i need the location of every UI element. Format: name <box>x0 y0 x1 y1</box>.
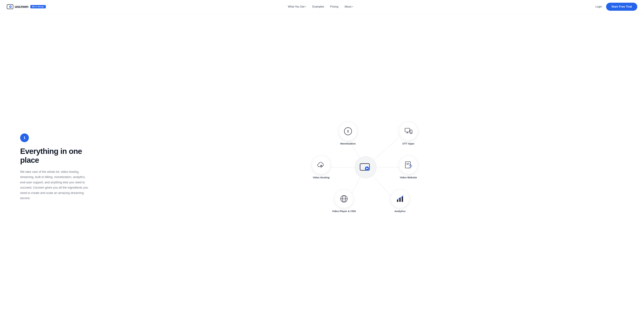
dollar-circle-icon: $ <box>344 127 352 136</box>
chart-icon <box>396 194 404 203</box>
logo[interactable]: uscreen <box>7 4 28 9</box>
nav-link-about[interactable]: About ▾ <box>344 5 353 8</box>
monetization-label: Monetization <box>340 142 356 145</box>
hiring-badge[interactable]: We're Hiring! <box>30 5 46 8</box>
feature-node-ott-apps: OTT Apps <box>399 122 418 145</box>
step-badge: 1 <box>20 133 29 142</box>
navbar-nav: What You Get ▾ Examples Pricing About ▾ <box>288 5 353 8</box>
nav-item-pricing[interactable]: Pricing <box>330 5 338 8</box>
feature-diagram: $ Monetization <box>100 119 630 216</box>
ott-apps-label: OTT Apps <box>402 142 414 145</box>
nav-link-pricing[interactable]: Pricing <box>330 5 338 8</box>
diagram-container: $ Monetization <box>308 119 422 216</box>
start-free-trial-button[interactable]: Start Free Trial <box>606 3 637 11</box>
nav-item-what-you-get[interactable]: What You Get ▾ <box>288 5 306 8</box>
video-website-circle <box>399 156 418 174</box>
navbar: uscreen We're Hiring! What You Get ▾ Exa… <box>0 0 644 13</box>
svg-rect-20 <box>405 162 410 168</box>
video-hosting-label: Video Hosting <box>313 176 330 179</box>
uscreen-play-icon <box>360 163 372 171</box>
hero-left-section: 1 Everything in one place We take care o… <box>20 133 90 201</box>
feature-node-video-website: Video Website <box>399 156 418 179</box>
login-link[interactable]: Login <box>596 5 602 8</box>
svg-rect-29 <box>397 200 398 202</box>
main-content: 1 Everything in one place We take care o… <box>0 13 644 321</box>
navbar-right: Login Start Free Trial <box>596 3 637 11</box>
monetization-circle: $ <box>339 122 357 140</box>
svg-rect-30 <box>399 198 401 202</box>
chevron-down-icon: ▾ <box>305 5 306 8</box>
devices-icon <box>404 127 413 136</box>
video-player-cdn-circle <box>335 190 353 208</box>
navbar-left: uscreen We're Hiring! <box>7 4 46 9</box>
feature-node-video-player-cdn: Video Player & CDN <box>332 190 356 213</box>
video-website-label: Video Website <box>400 176 417 179</box>
svg-rect-31 <box>402 196 403 202</box>
uscreen-logo-icon <box>7 4 14 9</box>
hub-circle <box>355 156 376 178</box>
logo-text: uscreen <box>15 4 28 9</box>
main-heading: Everything in one place <box>20 147 90 165</box>
globe-icon <box>340 194 348 203</box>
ott-apps-circle <box>399 122 418 140</box>
upload-cloud-icon <box>317 161 326 169</box>
nav-item-examples[interactable]: Examples <box>312 5 324 8</box>
main-description: We take care of the whole lot: video hos… <box>20 169 90 201</box>
feature-node-monetization: $ Monetization <box>339 122 357 145</box>
video-player-cdn-label: Video Player & CDN <box>332 210 356 213</box>
nav-link-examples[interactable]: Examples <box>312 5 324 8</box>
edit-page-icon <box>404 161 413 169</box>
nav-link-what-you-get[interactable]: What You Get ▾ <box>288 5 306 8</box>
svg-rect-17 <box>410 130 412 134</box>
nav-item-about[interactable]: About ▾ <box>344 5 353 8</box>
video-hosting-circle <box>312 156 330 174</box>
feature-node-analytics: Analytics <box>391 190 409 213</box>
analytics-circle <box>391 190 409 208</box>
feature-node-video-hosting: Video Hosting <box>312 156 330 179</box>
chevron-down-icon: ▾ <box>352 5 353 8</box>
analytics-label: Analytics <box>394 210 406 213</box>
svg-rect-23 <box>410 164 412 167</box>
svg-text:$: $ <box>347 129 349 133</box>
svg-rect-14 <box>405 128 410 132</box>
